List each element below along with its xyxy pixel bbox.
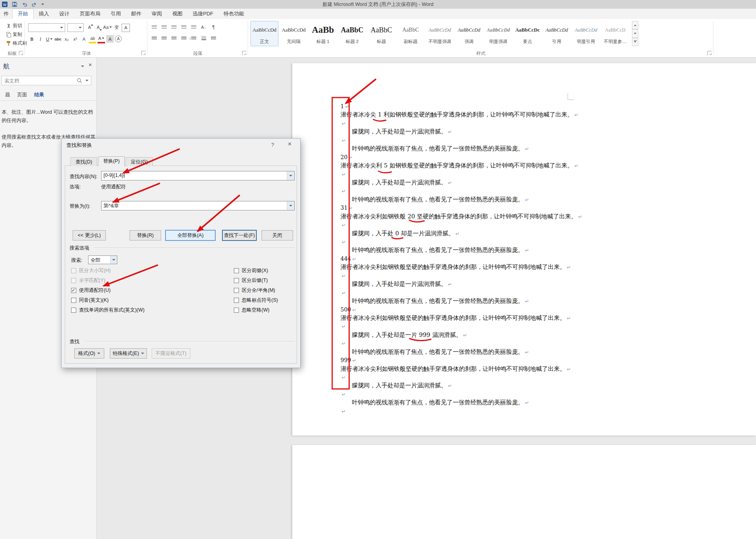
font-tool-icon[interactable]: x₂ [63,35,70,43]
style-item[interactable]: AaBbCcDd 明显强调 [484,21,512,46]
checkbox-box[interactable] [71,308,76,313]
style-item[interactable]: AaBbCcDd 引用 [543,21,571,46]
document-line[interactable]: 叶钟鸣的视线渐渐有了焦点，他看见了一张曾经熟悉的美丽脸庞。 [340,297,582,305]
font-tool-icon[interactable]: A [106,35,114,43]
search-document-input[interactable]: 索文档 [2,76,91,85]
paragraph-tool-icon[interactable] [170,34,178,42]
document-line[interactable] [340,322,582,331]
document-line[interactable]: 叶钟鸣的视线渐渐有了焦点，他看见了一张曾经熟悉的美丽脸庞。 [340,246,582,254]
font-tool-icon[interactable]: B [28,35,36,43]
replace-with-input[interactable]: 第^&章 [101,201,295,210]
document-line[interactable]: 朦胧间，入手处却是一片温润滑腻。 [340,381,582,390]
checkbox-option[interactable]: 查找单词的所有形式(英文)(W) [71,305,145,315]
search-scope-dropdown-icon[interactable] [110,256,117,264]
style-item[interactable]: AaBb 标题 1 [309,21,337,46]
checkbox-box[interactable] [234,278,239,283]
paragraph-tool-icon[interactable]: A [200,23,207,31]
document-line[interactable]: 朦胧间，入手处却是一片温润滑腻。 [340,280,582,288]
document-line[interactable] [340,238,582,246]
find-what-input[interactable]: [0-9]{1,4} [101,171,295,180]
ribbon-tab[interactable]: 设计 [54,9,75,19]
navigation-tab[interactable]: 题 [2,91,14,99]
font-size-combobox[interactable] [67,23,84,32]
paragraph-tool-icon[interactable] [160,23,168,31]
close-button[interactable]: 关闭 [261,230,293,240]
save-icon[interactable] [11,1,18,8]
checkbox-option[interactable]: 区分大小写(H) [71,266,145,276]
ribbon-tab[interactable]: 开始 [12,9,34,19]
ribbon-tab[interactable]: 迅捷PDF [188,9,218,19]
document-line[interactable]: 潜行者冰冷尖利如钢铁般 20 坚硬的触手穿透身体的刹那，让叶钟鸣不可抑制地喊了出… [340,212,582,221]
ribbon-tab[interactable]: 审阅 [147,9,167,19]
document-line[interactable] [340,187,582,195]
navigation-tab[interactable]: 页面 [14,91,31,99]
document-line[interactable] [340,390,582,398]
document-line[interactable]: 朦胧间，入手处却是一片温润滑腻。 [340,178,582,187]
qat-customize-icon[interactable] [41,4,44,5]
paragraph-tool-icon[interactable] [180,34,188,42]
document-line[interactable]: 叶钟鸣的视线渐渐有了焦点，他看见了一张曾经熟悉的美丽脸庞。 [340,398,582,407]
font-tool-icon[interactable]: x² [71,35,79,43]
document-line[interactable] [340,289,582,297]
document-line[interactable]: 朦胧间，入手处却是一片 999 温润滑腻。 [340,331,582,339]
document-line[interactable] [340,407,582,415]
document-line[interactable]: 1 [340,102,582,111]
search-scope-select[interactable]: 全部 [88,255,117,264]
font-tool-icon[interactable]: U [45,35,53,43]
document-line[interactable]: 20 [340,153,582,162]
document-line[interactable]: 999 [340,356,582,364]
checkbox-option[interactable]: 使用通配符(U) [71,285,145,295]
search-icon[interactable] [77,78,82,85]
style-item[interactable]: AaBbCcD 不明显参… [601,21,629,46]
paragraph-tool-icon[interactable] [180,23,188,31]
clipboard-dialog-launcher-icon[interactable] [19,51,23,55]
ribbon-tab[interactable]: 特色功能 [218,9,249,19]
ribbon-tab[interactable]: 件 [0,9,12,19]
checkbox-box[interactable] [234,268,239,273]
document-line[interactable] [340,136,582,145]
navigation-tab[interactable]: 结果 [31,91,48,99]
navigation-options-icon[interactable] [81,66,84,67]
less-button[interactable]: << 更少(L) [73,230,106,240]
paragraph-tool-icon[interactable]: ¶ [210,23,217,31]
document-line[interactable]: 潜行者冰冷尖利 5 如钢铁般坚硬的触手穿透身体的刹那，让叶钟鸣不可抑制地喊了出来… [340,162,582,170]
clipboard-button[interactable]: 格式刷 [0,39,27,47]
replace-button[interactable]: 替换(R) [130,230,161,240]
paragraph-tool-icon[interactable] [190,23,197,31]
document-line[interactable] [340,119,582,128]
document-line[interactable]: 朦胧间，入手处却是一片温润滑腻。 [340,128,582,136]
checkbox-box[interactable] [234,298,239,303]
find-what-dropdown-icon[interactable] [287,171,294,180]
paragraph-dialog-launcher-icon[interactable] [242,51,246,55]
checkbox-option[interactable]: 忽略空格(W) [234,305,278,315]
checkbox-box[interactable] [71,268,76,273]
document-line[interactable]: 31 [340,204,582,212]
font-tool-icon[interactable]: abc [54,35,62,43]
document-line[interactable] [340,272,582,280]
style-item[interactable]: AaBbCcDd 明显引用 [572,21,600,46]
document-line[interactable]: 444 [340,255,582,263]
font-tool-icon[interactable]: A [94,24,102,31]
checkbox-option[interactable]: 同音(英文)(K) [71,295,145,305]
replace-all-button[interactable]: 全部替换(A) [165,230,216,241]
style-item[interactable]: AaBbCcDd 无间隔 [280,21,308,46]
redo-icon[interactable] [31,1,38,8]
document-line[interactable]: 潜行者冰冷尖利如钢铁般坚硬的触手穿透身体的刹那，让叶钟鸣不可抑制地喊了出来。 [340,314,582,322]
paragraph-tool-icon[interactable] [190,34,197,42]
document-next-page[interactable] [292,445,756,539]
style-item[interactable]: AaBbCcDd 正文 [250,21,278,46]
font-tool-icon[interactable]: A [80,35,88,43]
ribbon-tab[interactable]: 视图 [167,9,188,19]
clipboard-button[interactable]: 复制 [0,30,27,39]
document-line[interactable]: 叶钟鸣的视线渐渐有了焦点，他看见了一张曾经熟悉的美丽脸庞。 [340,348,582,356]
checkbox-box[interactable] [71,298,76,303]
font-tool-icon[interactable]: I [37,35,44,43]
dialog-tab[interactable]: 定位(G) [126,157,153,166]
document-line[interactable]: 朦胧间，入手处 0 却是一片温润滑腻。 [340,229,582,238]
paragraph-tool-icon[interactable] [150,34,158,42]
ribbon-tab[interactable]: 页面布局 [75,9,105,19]
checkbox-box[interactable] [234,308,239,313]
paragraph-tool-icon[interactable] [150,23,158,31]
dialog-tab[interactable]: 查找(D) [70,157,97,166]
ribbon-tab[interactable]: 引用 [105,9,126,19]
